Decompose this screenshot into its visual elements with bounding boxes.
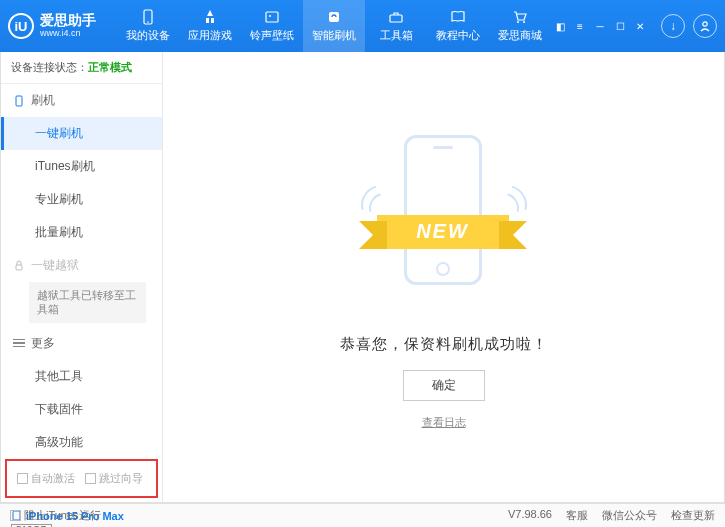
svg-point-7: [523, 21, 525, 23]
nav-label: 智能刷机: [312, 28, 356, 43]
block-itunes-checkbox[interactable]: 阻止iTunes运行: [10, 508, 101, 523]
options-row: 自动激活 跳过向导: [5, 459, 158, 498]
app-url: www.i4.cn: [40, 29, 96, 39]
svg-point-8: [703, 22, 707, 26]
app-header: iU 爱思助手 www.i4.cn 我的设备 应用游戏 铃声壁纸 智能刷机 工具…: [0, 0, 725, 52]
connection-status: 设备连接状态：正常模式: [1, 52, 162, 84]
svg-rect-2: [266, 12, 278, 22]
svg-rect-5: [390, 15, 402, 22]
new-ribbon: NEW: [377, 215, 509, 249]
close-icon[interactable]: ✕: [631, 19, 649, 33]
svg-point-1: [147, 21, 149, 23]
window-controls: ◧ ≡ ─ ☐ ✕: [551, 19, 649, 33]
nav-label: 教程中心: [436, 28, 480, 43]
skip-guide-checkbox[interactable]: 跳过向导: [85, 471, 143, 486]
more-icon: [13, 337, 25, 350]
nav-smart-flash[interactable]: 智能刷机: [303, 0, 365, 52]
nav-label: 工具箱: [380, 28, 413, 43]
image-icon: [264, 9, 280, 25]
minimize-icon[interactable]: ─: [591, 19, 609, 33]
footer-update[interactable]: 检查更新: [671, 508, 715, 523]
nav-toolbox[interactable]: 工具箱: [365, 0, 427, 52]
refresh-icon: [326, 9, 342, 25]
nav-tutorials[interactable]: 教程中心: [427, 0, 489, 52]
success-message: 恭喜您，保资料刷机成功啦！: [340, 335, 548, 354]
group-flash[interactable]: 刷机: [1, 84, 162, 117]
app-name: 爱思助手: [40, 13, 96, 28]
lock-icon: [13, 260, 25, 272]
main-content: NEW 恭喜您，保资料刷机成功啦！ 确定 查看日志: [163, 52, 724, 502]
success-illustration: NEW: [359, 125, 529, 325]
apps-icon: [202, 9, 218, 25]
sidebar: 设备连接状态：正常模式 刷机 一键刷机 iTunes刷机 专业刷机 批量刷机 一…: [1, 52, 163, 502]
toolbox-icon: [388, 9, 404, 25]
nav-my-device[interactable]: 我的设备: [117, 0, 179, 52]
nav-label: 我的设备: [126, 28, 170, 43]
user-button[interactable]: [693, 14, 717, 38]
flash-icon: [13, 95, 25, 107]
svg-point-6: [517, 21, 519, 23]
menu-pro-flash[interactable]: 专业刷机: [1, 183, 162, 216]
download-button[interactable]: ↓: [661, 14, 685, 38]
svg-rect-4: [329, 12, 339, 22]
auto-activate-checkbox[interactable]: 自动激活: [17, 471, 75, 486]
skin-icon[interactable]: ◧: [551, 19, 569, 33]
menu-download-firmware[interactable]: 下载固件: [1, 393, 162, 426]
top-nav: 我的设备 应用游戏 铃声壁纸 智能刷机 工具箱 教程中心 爱思商城: [117, 0, 551, 52]
nav-ringtones[interactable]: 铃声壁纸: [241, 0, 303, 52]
menu-icon[interactable]: ≡: [571, 19, 589, 33]
header-right: ◧ ≡ ─ ☐ ✕ ↓: [551, 14, 717, 38]
jailbreak-note[interactable]: 越狱工具已转移至工具箱: [29, 282, 146, 323]
menu-batch-flash[interactable]: 批量刷机: [1, 216, 162, 249]
footer-support[interactable]: 客服: [566, 508, 588, 523]
svg-point-3: [269, 15, 271, 17]
book-icon: [450, 9, 466, 25]
footer-wechat[interactable]: 微信公众号: [602, 508, 657, 523]
svg-rect-9: [16, 96, 22, 106]
menu-itunes-flash[interactable]: iTunes刷机: [1, 150, 162, 183]
nav-apps[interactable]: 应用游戏: [179, 0, 241, 52]
phone-graphic: [404, 135, 482, 285]
ok-button[interactable]: 确定: [403, 370, 485, 401]
menu-advanced[interactable]: 高级功能: [1, 426, 162, 459]
nav-store[interactable]: 爱思商城: [489, 0, 551, 52]
status-mode: 正常模式: [88, 61, 132, 73]
logo: iU 爱思助手 www.i4.cn: [8, 13, 117, 39]
group-more[interactable]: 更多: [1, 327, 162, 360]
storage-badge: 512GB: [11, 524, 52, 527]
cart-icon: [512, 9, 528, 25]
logo-icon: iU: [8, 13, 34, 39]
phone-icon: [140, 9, 156, 25]
menu-other-tools[interactable]: 其他工具: [1, 360, 162, 393]
svg-rect-10: [16, 265, 22, 270]
group-jailbreak: 一键越狱: [1, 249, 162, 282]
nav-label: 爱思商城: [498, 28, 542, 43]
maximize-icon[interactable]: ☐: [611, 19, 629, 33]
version-label: V7.98.66: [508, 508, 552, 523]
view-log-link[interactable]: 查看日志: [422, 415, 466, 430]
menu-one-key-flash[interactable]: 一键刷机: [1, 117, 162, 150]
nav-label: 铃声壁纸: [250, 28, 294, 43]
nav-label: 应用游戏: [188, 28, 232, 43]
